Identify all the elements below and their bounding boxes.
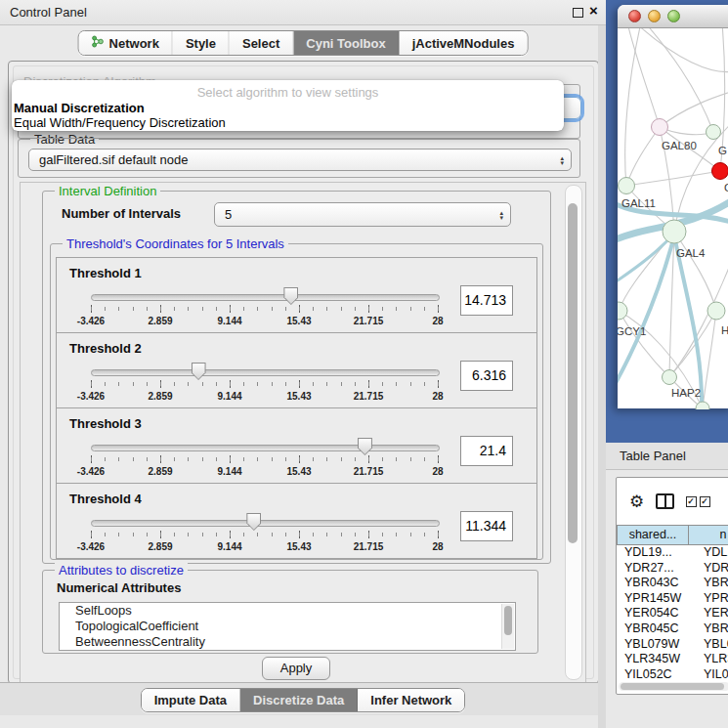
tab-style[interactable]: Style [173, 31, 230, 55]
tab-impute-data[interactable]: Impute Data [142, 689, 240, 711]
slider-thumb[interactable] [358, 438, 372, 455]
tick-label: 9.144 [217, 316, 241, 326]
settings-scrollbar-thumb[interactable] [568, 203, 578, 543]
network-canvas[interactable]: GAL80GCGAL11GAL4GCY1HHAP2 [618, 28, 728, 409]
columns-icon[interactable] [656, 493, 674, 509]
tab-select[interactable]: Select [230, 31, 293, 55]
network-edge[interactable] [703, 311, 716, 408]
apply-button[interactable]: Apply [262, 657, 330, 680]
slider-thumb[interactable] [246, 513, 261, 531]
table-hscrollbar[interactable] [619, 682, 728, 691]
network-node[interactable] [619, 178, 635, 194]
panel-divider[interactable] [598, 24, 606, 728]
network-node[interactable] [707, 125, 721, 140]
node-label: C [724, 182, 728, 193]
table-data-combobox[interactable]: galFiltered.sif default node ▴▾ [28, 149, 572, 171]
network-edge[interactable] [625, 28, 641, 186]
zoom-button[interactable] [667, 10, 680, 22]
table-row[interactable]: YDL19...YDL1 [618, 545, 728, 561]
attributes-scrollbar-thumb[interactable] [504, 606, 512, 635]
threshold-slider[interactable]: -3.4262.8599.14415.4321.71528 [91, 287, 438, 328]
threshold-value-field[interactable]: 21.4 [460, 436, 513, 466]
threshold-value-field[interactable]: 14.713 [460, 285, 513, 316]
gear-icon[interactable]: ⚙ [629, 493, 644, 510]
list-item[interactable]: BetweennessCentrality [60, 634, 515, 650]
network-node[interactable] [663, 220, 686, 243]
network-edge[interactable] [626, 127, 660, 186]
float-window-icon[interactable] [573, 8, 583, 18]
tab-infer-network[interactable]: Infer Network [358, 689, 464, 711]
node-table: ⚙ ✓ ✓ shared...n YDL19...YDL1YDR27...YDR… [616, 477, 728, 695]
table-row[interactable]: YDR27...YDR2 [618, 561, 728, 577]
close-icon[interactable]: × [589, 2, 598, 19]
table-row[interactable]: YBL079WYBL0 [618, 637, 728, 653]
list-item[interactable]: SelfLoops [60, 603, 515, 619]
network-edge[interactable] [645, 28, 713, 132]
tick-label: 15.43 [286, 391, 311, 402]
threshold-slider[interactable]: -3.4262.8599.14415.4321.71528 [91, 513, 438, 554]
tick-label: 15.43 [286, 466, 311, 477]
network-edge[interactable] [635, 28, 728, 72]
table-row[interactable]: YBR043CYBR0 [618, 576, 728, 591]
table-row[interactable]: YLR345WYLR3 [618, 652, 728, 667]
cell-shared-name: YBR043C [618, 576, 695, 591]
minimize-button[interactable] [648, 10, 661, 22]
algorithm-option-manual-discretization[interactable]: Manual Discretization [12, 101, 564, 115]
interval-definition-title: Interval Definition [55, 184, 160, 198]
combo-stepper-icon: ▴▾ [499, 210, 503, 220]
right-region: GAL80GCGAL11GAL4GCY1HHAP2 Table Panel ⚙ … [606, 0, 728, 728]
node-label: GAL11 [621, 197, 656, 209]
thresholds-group-title: Threshold's Coordinates for 5 Intervals [63, 236, 288, 251]
network-node[interactable] [618, 302, 627, 320]
table-data-group: Table Data galFiltered.sif default node … [18, 139, 580, 178]
algorithm-hint-option[interactable]: Select algorithm to view settings [12, 80, 564, 101]
number-of-intervals-combobox[interactable]: 5 ▴▾ [214, 202, 511, 227]
network-window-titlebar[interactable] [618, 5, 728, 28]
threshold-label: Threshold 3 [69, 416, 142, 431]
number-of-intervals-label: Number of Intervals [62, 206, 181, 221]
slider-thumb[interactable] [192, 363, 206, 380]
table-row[interactable]: YPR145WYPR1 [618, 591, 728, 607]
network-node[interactable] [696, 402, 709, 409]
threshold-value-field[interactable]: 6.316 [460, 361, 513, 391]
network-edge-highlighted[interactable] [674, 236, 702, 409]
table-toolbar: ⚙ ✓ ✓ [617, 478, 728, 525]
close-button[interactable] [628, 10, 641, 22]
tab-jactivemnodules[interactable]: jActiveMNodules [400, 31, 528, 55]
table-row[interactable]: YIL052CYIL0 [618, 667, 728, 683]
checkbox-icon[interactable]: ✓ [700, 496, 710, 507]
network-edge[interactable] [626, 171, 720, 186]
threshold-slider[interactable]: -3.4262.8599.14415.4321.71528 [91, 438, 438, 479]
network-node[interactable] [707, 302, 725, 320]
node-label: HAP2 [671, 387, 701, 399]
network-edge[interactable] [660, 91, 728, 127]
tab-discretize-data[interactable]: Discretize Data [240, 689, 358, 711]
algorithm-option-equal-width-frequency-discretization[interactable]: Equal Width/Frequency Discretization [12, 115, 564, 130]
table-row[interactable]: YBR045CYBR0 [618, 621, 728, 637]
tick-label: 2.859 [148, 466, 172, 477]
tick-label: 2.859 [148, 391, 172, 402]
network-node[interactable] [652, 119, 668, 136]
tab-label: Impute Data [154, 693, 227, 707]
column-header[interactable]: n [688, 525, 728, 545]
attributes-scrollbar[interactable] [501, 604, 514, 649]
column-header[interactable]: shared... [617, 525, 689, 545]
control-panel: Control Panel × NetworkStyleSelectCyni T… [0, 0, 606, 728]
threshold-value-field[interactable]: 11.344 [460, 511, 513, 541]
numerical-attributes-list[interactable]: SelfLoopsTopologicalCoefficientBetweenne… [59, 602, 516, 651]
table-row[interactable]: YER054CYER0 [618, 606, 728, 621]
network-edge[interactable] [627, 28, 660, 127]
settings-scroll-area: Interval Definition Number of Intervals … [20, 182, 586, 683]
network-node[interactable] [712, 163, 728, 180]
checkbox-icon[interactable]: ✓ [686, 496, 697, 507]
slider-thumb[interactable] [283, 287, 298, 305]
table-hscrollbar-thumb[interactable] [621, 683, 724, 690]
tab-cyni-toolbox[interactable]: Cyni Toolbox [293, 31, 399, 55]
network-node[interactable] [663, 370, 677, 385]
tab-label: Select [242, 36, 279, 51]
list-item[interactable]: TopologicalCoefficient [60, 619, 515, 634]
settings-scrollbar[interactable] [565, 185, 582, 680]
slider-track [91, 294, 440, 301]
tab-network[interactable]: Network [79, 31, 173, 55]
threshold-slider[interactable]: -3.4262.8599.14415.4321.71528 [91, 363, 438, 404]
